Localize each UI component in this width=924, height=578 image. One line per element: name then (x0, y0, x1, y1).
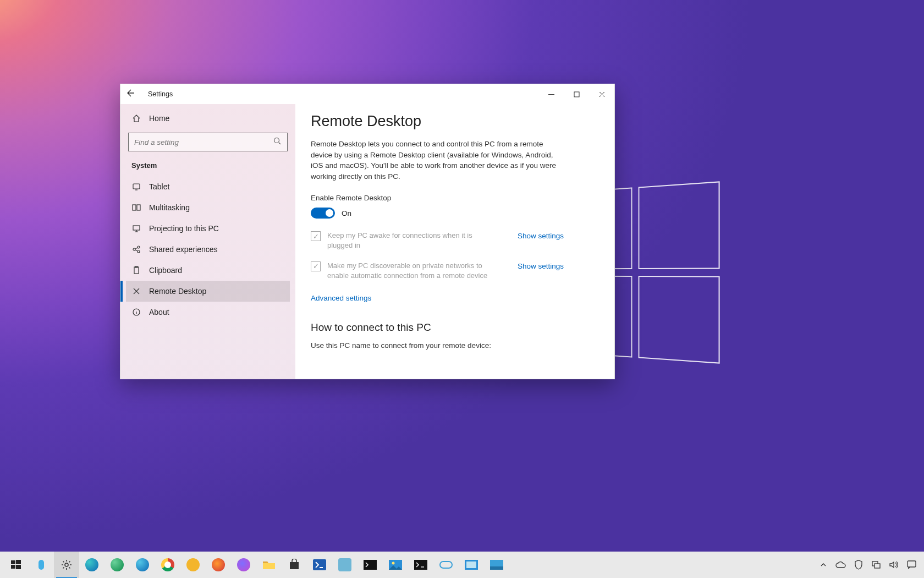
tray-network-icon[interactable] (869, 552, 883, 578)
taskbar-firefox[interactable] (206, 552, 231, 578)
svg-point-22 (392, 562, 395, 565)
sidebar-item-label: Shared experiences (149, 245, 218, 254)
minimize-button[interactable] (538, 84, 564, 104)
svg-rect-9 (134, 267, 139, 274)
tray-action-center-icon[interactable] (904, 552, 919, 578)
nav: Tablet Multitasking Projecting to this P… (126, 176, 290, 323)
terminal-icon (414, 558, 428, 572)
app-icon (338, 558, 352, 572)
app-icon (490, 558, 504, 572)
svg-rect-14 (11, 565, 15, 569)
option-keep-awake: ✓ Keep my PC awake for connections when … (311, 231, 564, 250)
taskbar-app-3[interactable] (459, 552, 484, 578)
powershell-icon (312, 558, 327, 572)
home-nav[interactable]: Home (126, 110, 290, 127)
taskbar (0, 552, 924, 578)
sidebar-item-about[interactable]: About (126, 302, 290, 323)
tray-security-icon[interactable] (851, 552, 866, 578)
search-input[interactable] (134, 138, 273, 146)
maximize-button[interactable] (564, 84, 589, 104)
taskbar-terminal-1[interactable] (358, 552, 383, 578)
show-settings-link-2[interactable]: Show settings (518, 262, 564, 270)
show-settings-link-1[interactable]: Show settings (518, 232, 564, 240)
sidebar-item-label: Projecting to this PC (149, 224, 219, 233)
sidebar-item-remote-desktop[interactable]: Remote Desktop (126, 281, 290, 302)
home-label: Home (149, 114, 169, 123)
sidebar-item-shared[interactable]: Shared experiences (126, 239, 290, 260)
checkbox-keep-awake[interactable]: ✓ (311, 231, 321, 241)
enable-toggle-row: On (311, 208, 599, 219)
back-button[interactable] (120, 89, 140, 100)
settings-window: Settings Home (120, 84, 615, 379)
svg-rect-25 (466, 561, 476, 568)
section-title: System (126, 159, 290, 173)
chrome-canary-icon (186, 558, 200, 572)
svg-rect-4 (137, 205, 140, 210)
option-keep-awake-text: Keep my PC awake for connections when it… (327, 231, 492, 250)
about-icon (131, 308, 141, 317)
sidebar-item-label: Clipboard (149, 266, 182, 275)
start-button[interactable] (3, 552, 29, 578)
taskbar-chrome-canary[interactable] (180, 552, 206, 578)
svg-point-7 (138, 246, 140, 248)
enable-toggle[interactable] (311, 208, 335, 219)
taskbar-edge-dev[interactable] (105, 552, 130, 578)
terminal-icon (363, 558, 377, 572)
svg-rect-23 (414, 560, 427, 570)
taskbar-app-2[interactable] (433, 552, 459, 578)
titlebar: Settings (120, 84, 614, 104)
search-box[interactable] (128, 133, 288, 151)
checkbox-discoverable[interactable]: ✓ (311, 261, 321, 271)
page-title: Remote Desktop (311, 113, 599, 130)
svg-rect-3 (133, 205, 136, 210)
close-button[interactable] (589, 84, 614, 104)
svg-rect-15 (16, 565, 21, 569)
taskbar-file-explorer[interactable] (256, 552, 282, 578)
taskbar-app-1[interactable] (332, 552, 358, 578)
store-icon (287, 558, 301, 572)
cortana-icon (34, 558, 48, 572)
edge-icon (85, 558, 99, 572)
edge-canary-icon (135, 558, 150, 572)
svg-rect-19 (313, 559, 326, 570)
sidebar-item-projecting[interactable]: Projecting to this PC (126, 218, 290, 239)
taskbar-edge-canary[interactable] (130, 552, 155, 578)
remote-icon (131, 287, 141, 296)
app-icon (464, 558, 479, 572)
enable-label: Enable Remote Desktop (311, 194, 599, 202)
edge-dev-icon (110, 558, 124, 572)
sidebar-item-clipboard[interactable]: Clipboard (126, 260, 290, 281)
taskbar-chrome[interactable] (155, 552, 180, 578)
advanced-settings-link[interactable]: Advanced settings (311, 294, 371, 302)
sidebar-item-tablet[interactable]: Tablet (126, 176, 290, 197)
taskbar-app-4[interactable] (484, 552, 509, 578)
system-tray (816, 552, 921, 578)
sidebar-item-multitasking[interactable]: Multitasking (126, 197, 290, 218)
gear-icon (59, 558, 74, 572)
connect-text: Use this PC name to connect from your re… (311, 341, 599, 350)
sidebar-item-label: Multitasking (149, 203, 190, 212)
taskbar-firefox-dev[interactable] (231, 552, 256, 578)
sidebar-item-label: Remote Desktop (149, 287, 206, 296)
taskbar-store[interactable] (282, 552, 307, 578)
search-icon (273, 137, 282, 148)
tray-overflow[interactable] (816, 552, 831, 578)
taskbar-settings[interactable] (54, 552, 79, 578)
taskbar-powershell[interactable] (307, 552, 332, 578)
shared-icon (131, 245, 141, 254)
svg-rect-16 (38, 560, 44, 570)
sidebar: Home System Tablet Multitask (120, 104, 295, 379)
taskbar-terminal-2[interactable] (408, 552, 433, 578)
firefox-icon (211, 558, 226, 572)
tray-volume-icon[interactable] (887, 552, 901, 578)
svg-point-6 (133, 248, 135, 250)
taskbar-cortana[interactable] (29, 552, 54, 578)
home-icon (131, 114, 141, 123)
option-discoverable-text: Make my PC discoverable on private netwo… (327, 261, 492, 281)
taskbar-edge[interactable] (79, 552, 105, 578)
svg-point-17 (65, 563, 68, 566)
app-icon (439, 558, 453, 572)
taskbar-photos[interactable] (383, 552, 408, 578)
tray-onedrive-icon[interactable] (834, 552, 848, 578)
firefox-dev-icon (237, 558, 251, 572)
